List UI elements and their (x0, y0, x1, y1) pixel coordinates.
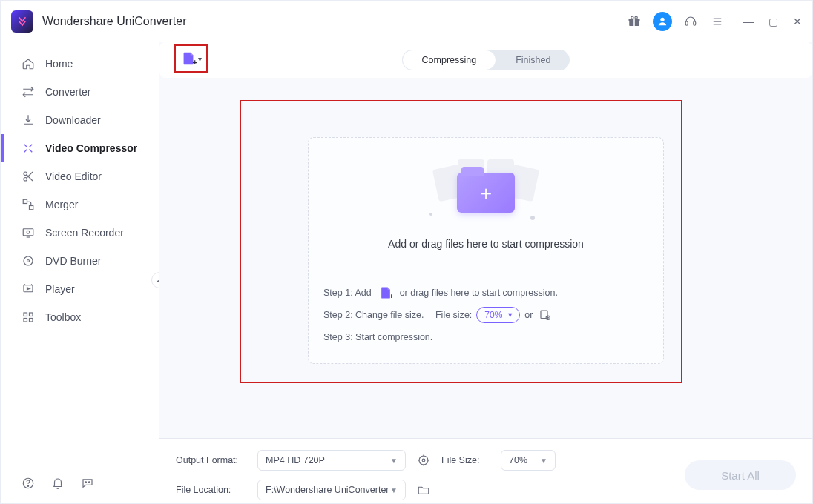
svg-point-18 (27, 260, 30, 262)
svg-rect-7 (694, 21, 696, 25)
sidebar-item-label: Toolbox (45, 311, 81, 323)
step3-text: Step 3: Start compression. (323, 332, 432, 342)
close-button[interactable]: ✕ (793, 16, 802, 27)
svg-point-5 (660, 17, 664, 21)
downloader-icon (22, 113, 35, 127)
output-settings-icon[interactable] (413, 454, 434, 467)
main-area: + ▾ Compressing Finished ＋ Add or drag f… (159, 42, 812, 503)
svg-rect-2 (633, 19, 635, 26)
start-all-button[interactable]: Start All (685, 460, 796, 490)
sidebar-item-label: Downloader (45, 114, 101, 126)
maximize-button[interactable]: ▢ (768, 16, 778, 27)
step-1: Step 1: Add + or drag files here to star… (323, 282, 648, 304)
output-format-select[interactable]: MP4 HD 720P ▼ (257, 450, 406, 471)
svg-rect-23 (30, 319, 33, 322)
tab-compressing[interactable]: Compressing (402, 50, 497, 70)
minimize-button[interactable]: — (743, 16, 754, 27)
svg-rect-6 (685, 21, 688, 25)
sidebar-item-label: Video Editor (45, 170, 102, 182)
sidebar-item-merger[interactable]: Merger (1, 190, 159, 219)
plus-icon: ＋ (476, 183, 496, 202)
add-file-button[interactable]: + ▾ (174, 44, 208, 73)
toolbar: + ▾ Compressing Finished (159, 42, 812, 78)
steps: Step 1: Add + or drag files here to star… (309, 271, 663, 363)
chevron-down-icon: ▼ (390, 457, 398, 465)
svg-rect-21 (30, 313, 33, 316)
drop-card: ＋ Add or drag files here to start compre… (308, 137, 664, 364)
sidebar-item-downloader[interactable]: Downloader (1, 106, 159, 134)
app-logo (11, 10, 33, 33)
feedback-icon[interactable] (81, 477, 94, 490)
compressor-icon (22, 142, 35, 155)
sidebar-item-player[interactable]: Player (1, 275, 159, 303)
account-avatar[interactable] (653, 12, 672, 31)
toolbox-icon (22, 311, 35, 324)
output-format-value: MP4 HD 720P (266, 455, 325, 465)
svg-point-16 (27, 231, 30, 233)
svg-text:+: + (193, 58, 197, 67)
drop-zone[interactable]: ＋ Add or drag files here to start compre… (309, 138, 663, 271)
chevron-down-icon: ▼ (390, 486, 398, 494)
sidebar-item-label: Converter (45, 86, 90, 98)
title-bar: Wondershare UniConverter — ▢ ✕ (1, 1, 812, 42)
file-size-value: 70% (484, 310, 502, 320)
sidebar-item-video-compressor[interactable]: Video Compressor (1, 134, 159, 162)
file-size-select[interactable]: 70% ▼ (501, 450, 556, 471)
tabs: Compressing Finished (402, 50, 570, 70)
tab-finished[interactable]: Finished (496, 50, 570, 70)
settings-icon[interactable] (539, 308, 552, 322)
svg-text:+: + (389, 293, 393, 300)
help-icon[interactable] (22, 477, 35, 490)
step-3: Step 3: Start compression. (323, 326, 648, 348)
converter-icon (22, 85, 35, 99)
svg-point-26 (85, 482, 87, 483)
step1-text-a: Step 1: Add (323, 288, 372, 298)
gift-icon[interactable] (626, 13, 642, 30)
folder-icon: ＋ (457, 173, 515, 213)
notification-icon[interactable] (51, 477, 65, 490)
file-size-value-footer: 70% (509, 455, 527, 465)
step2-text-b: File size: (435, 310, 472, 320)
add-file-icon: + (180, 50, 197, 67)
file-size-label: File Size: (441, 455, 493, 465)
sidebar-item-screen-recorder[interactable]: Screen Recorder (1, 219, 159, 247)
file-location-value: F:\Wondershare UniConverter (266, 485, 389, 495)
step-2: Step 2: Change file size. File size: 70%… (323, 304, 648, 326)
step2-text-a: Step 2: Change file size. (323, 310, 424, 320)
svg-point-17 (24, 256, 33, 265)
svg-rect-15 (23, 229, 33, 236)
sidebar-item-dvd-burner[interactable]: DVD Burner (1, 247, 159, 275)
sidebar-item-label: Merger (45, 199, 78, 210)
chevron-down-icon: ▾ (198, 55, 202, 63)
drop-text: Add or drag files here to start compress… (388, 238, 584, 250)
support-icon[interactable] (682, 13, 699, 30)
sidebar-item-toolbox[interactable]: Toolbox (1, 303, 159, 331)
svg-point-25 (27, 485, 28, 486)
sidebar-item-video-editor[interactable]: Video Editor (1, 162, 159, 190)
menu-icon[interactable] (709, 13, 725, 30)
svg-point-27 (89, 482, 90, 483)
step2-or: or (524, 310, 533, 320)
svg-point-33 (422, 459, 425, 462)
sidebar-item-label: Video Compressor (45, 142, 137, 154)
svg-point-3 (631, 16, 633, 19)
sidebar-item-home[interactable]: Home (1, 50, 159, 78)
svg-point-32 (419, 456, 428, 465)
app-title: Wondershare UniConverter (42, 15, 186, 28)
sidebar-item-label: DVD Burner (45, 255, 101, 267)
sidebar-item-label: Home (45, 58, 73, 70)
file-location-select[interactable]: F:\Wondershare UniConverter ▼ (257, 480, 406, 500)
chevron-down-icon: ▼ (540, 457, 547, 465)
home-icon (22, 57, 35, 70)
svg-point-4 (635, 16, 637, 19)
file-size-pill[interactable]: 70% ▼ (476, 307, 520, 323)
sidebar: Home Converter Downloader Video Compress… (1, 42, 159, 503)
svg-rect-22 (24, 319, 27, 322)
sidebar-item-converter[interactable]: Converter (1, 78, 159, 106)
merger-icon (22, 198, 35, 211)
open-folder-icon[interactable] (413, 483, 434, 497)
recorder-icon (22, 226, 35, 239)
chevron-down-icon: ▼ (507, 311, 513, 319)
svg-rect-13 (23, 199, 27, 203)
step1-text-b: or drag files here to start compression. (400, 288, 558, 298)
